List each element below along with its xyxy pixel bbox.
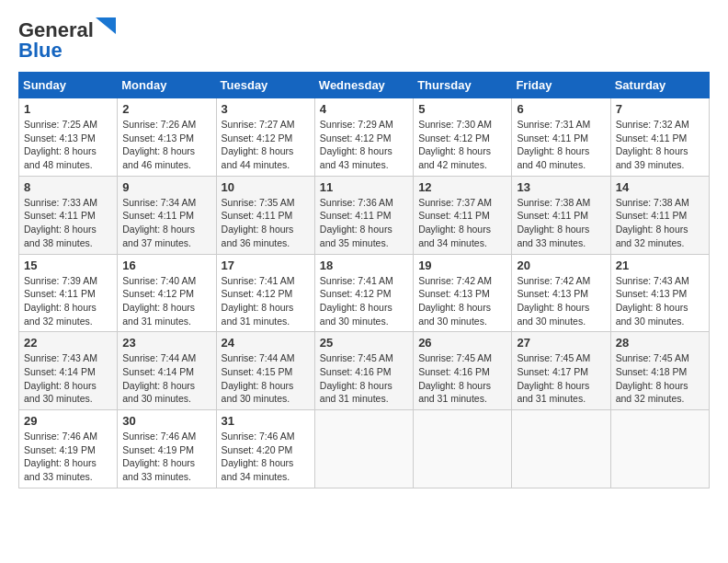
table-cell: 12Sunrise: 7:37 AMSunset: 4:11 PMDayligh… bbox=[414, 176, 512, 254]
table-cell: 29Sunrise: 7:46 AMSunset: 4:19 PMDayligh… bbox=[19, 410, 118, 488]
col-thursday: Thursday bbox=[414, 73, 512, 98]
table-cell bbox=[610, 410, 709, 488]
table-cell: 31Sunrise: 7:46 AMSunset: 4:20 PMDayligh… bbox=[216, 410, 314, 488]
logo: General Blue bbox=[18, 18, 116, 63]
table-cell: 5Sunrise: 7:30 AMSunset: 4:12 PMDaylight… bbox=[414, 98, 512, 177]
table-cell: 24Sunrise: 7:44 AMSunset: 4:15 PMDayligh… bbox=[216, 332, 314, 410]
page-header: General Blue bbox=[18, 18, 710, 63]
table-cell bbox=[512, 410, 610, 488]
table-cell: 21Sunrise: 7:43 AMSunset: 4:13 PMDayligh… bbox=[610, 254, 709, 332]
table-cell: 16Sunrise: 7:40 AMSunset: 4:12 PMDayligh… bbox=[118, 254, 216, 332]
col-friday: Friday bbox=[512, 73, 610, 98]
table-cell: 15Sunrise: 7:39 AMSunset: 4:11 PMDayligh… bbox=[19, 254, 118, 332]
table-cell: 18Sunrise: 7:41 AMSunset: 4:12 PMDayligh… bbox=[314, 254, 413, 332]
table-cell: 1Sunrise: 7:25 AMSunset: 4:13 PMDaylight… bbox=[19, 98, 118, 177]
table-cell bbox=[314, 410, 413, 488]
table-cell: 17Sunrise: 7:41 AMSunset: 4:12 PMDayligh… bbox=[216, 254, 314, 332]
col-saturday: Saturday bbox=[610, 73, 709, 98]
logo-arrow-icon bbox=[96, 17, 116, 34]
table-cell: 26Sunrise: 7:45 AMSunset: 4:16 PMDayligh… bbox=[414, 332, 512, 410]
svg-marker-0 bbox=[96, 17, 116, 34]
table-cell: 2Sunrise: 7:26 AMSunset: 4:13 PMDaylight… bbox=[118, 98, 216, 177]
calendar-table: Sunday Monday Tuesday Wednesday Thursday… bbox=[18, 72, 710, 488]
table-cell bbox=[414, 410, 512, 488]
table-cell: 23Sunrise: 7:44 AMSunset: 4:14 PMDayligh… bbox=[118, 332, 216, 410]
table-cell: 27Sunrise: 7:45 AMSunset: 4:17 PMDayligh… bbox=[512, 332, 610, 410]
logo-blue: Blue bbox=[18, 39, 63, 63]
table-cell: 8Sunrise: 7:33 AMSunset: 4:11 PMDaylight… bbox=[19, 176, 118, 254]
col-monday: Monday bbox=[118, 73, 216, 98]
table-cell: 28Sunrise: 7:45 AMSunset: 4:18 PMDayligh… bbox=[610, 332, 709, 410]
calendar-header-row: Sunday Monday Tuesday Wednesday Thursday… bbox=[19, 73, 710, 98]
table-cell: 25Sunrise: 7:45 AMSunset: 4:16 PMDayligh… bbox=[314, 332, 413, 410]
table-cell: 13Sunrise: 7:38 AMSunset: 4:11 PMDayligh… bbox=[512, 176, 610, 254]
table-cell: 30Sunrise: 7:46 AMSunset: 4:19 PMDayligh… bbox=[118, 410, 216, 488]
table-cell: 4Sunrise: 7:29 AMSunset: 4:12 PMDaylight… bbox=[314, 98, 413, 177]
table-cell: 19Sunrise: 7:42 AMSunset: 4:13 PMDayligh… bbox=[414, 254, 512, 332]
table-cell: 22Sunrise: 7:43 AMSunset: 4:14 PMDayligh… bbox=[19, 332, 118, 410]
col-tuesday: Tuesday bbox=[216, 73, 314, 98]
table-cell: 3Sunrise: 7:27 AMSunset: 4:12 PMDaylight… bbox=[216, 98, 314, 177]
table-cell: 6Sunrise: 7:31 AMSunset: 4:11 PMDaylight… bbox=[512, 98, 610, 177]
table-cell: 20Sunrise: 7:42 AMSunset: 4:13 PMDayligh… bbox=[512, 254, 610, 332]
col-wednesday: Wednesday bbox=[314, 73, 413, 98]
table-cell: 9Sunrise: 7:34 AMSunset: 4:11 PMDaylight… bbox=[118, 176, 216, 254]
col-sunday: Sunday bbox=[19, 73, 118, 98]
table-cell: 10Sunrise: 7:35 AMSunset: 4:11 PMDayligh… bbox=[216, 176, 314, 254]
table-cell: 11Sunrise: 7:36 AMSunset: 4:11 PMDayligh… bbox=[314, 176, 413, 254]
table-cell: 14Sunrise: 7:38 AMSunset: 4:11 PMDayligh… bbox=[610, 176, 709, 254]
table-cell: 7Sunrise: 7:32 AMSunset: 4:11 PMDaylight… bbox=[610, 98, 709, 177]
